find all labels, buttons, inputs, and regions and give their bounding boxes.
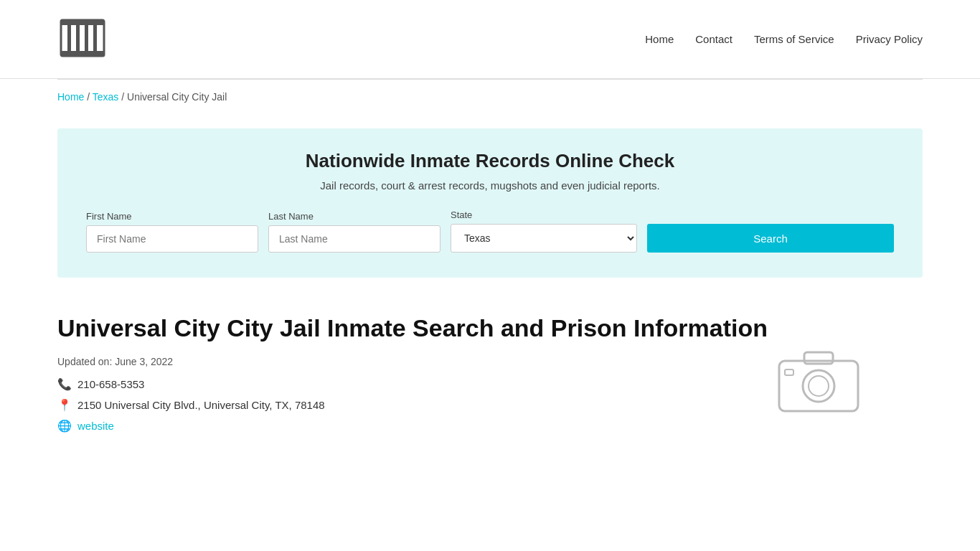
breadcrumb-state[interactable]: Texas <box>93 91 119 103</box>
svg-rect-7 <box>779 361 858 411</box>
main-content: Universal City City Jail Inmate Search a… <box>0 292 980 461</box>
state-group: State Texas Alabama Alaska California Fl… <box>451 209 637 253</box>
svg-rect-11 <box>785 369 793 375</box>
first-name-group: First Name <box>86 211 258 253</box>
svg-rect-4 <box>76 25 80 51</box>
nav-privacy[interactable]: Privacy Policy <box>856 33 923 45</box>
breadcrumb: Home / Texas / Universal City City Jail <box>0 80 980 114</box>
phone-icon: 📞 <box>57 377 72 391</box>
first-name-input[interactable] <box>86 225 258 253</box>
search-button[interactable]: Search <box>647 224 894 253</box>
globe-icon: 🌐 <box>57 419 72 433</box>
camera-placeholder <box>772 339 865 418</box>
website-link[interactable]: website <box>77 420 114 432</box>
svg-rect-1 <box>61 20 104 25</box>
phone-number: 210-658-5353 <box>77 378 144 390</box>
page-title: Universal City City Jail Inmate Search a… <box>57 314 923 343</box>
website-line: 🌐 website <box>57 419 923 433</box>
state-label: State <box>451 209 637 220</box>
svg-point-10 <box>809 376 829 396</box>
svg-rect-6 <box>93 25 97 51</box>
banner-subtitle: Jail records, court & arrest records, mu… <box>86 179 894 192</box>
site-logo[interactable] <box>57 13 108 65</box>
svg-rect-3 <box>67 25 71 51</box>
nav-home[interactable]: Home <box>645 33 674 45</box>
svg-rect-5 <box>85 25 88 51</box>
search-banner: Nationwide Inmate Records Online Check J… <box>57 128 923 278</box>
last-name-input[interactable] <box>268 225 440 253</box>
breadcrumb-current: Universal City City Jail <box>127 91 227 103</box>
search-form: First Name Last Name State Texas Alabama… <box>86 209 894 253</box>
main-nav: Home Contact Terms of Service Privacy Po… <box>645 33 923 45</box>
svg-point-9 <box>803 370 834 402</box>
svg-rect-8 <box>804 352 833 364</box>
last-name-label: Last Name <box>268 211 440 222</box>
breadcrumb-home[interactable]: Home <box>57 91 84 103</box>
svg-rect-2 <box>61 51 104 56</box>
first-name-label: First Name <box>86 211 258 222</box>
location-icon: 📍 <box>57 398 72 412</box>
address-text: 2150 Universal City Blvd., Universal Cit… <box>77 399 325 411</box>
state-select[interactable]: Texas Alabama Alaska California Florida … <box>451 224 637 253</box>
nav-contact[interactable]: Contact <box>695 33 732 45</box>
banner-title: Nationwide Inmate Records Online Check <box>86 150 894 172</box>
site-header: Home Contact Terms of Service Privacy Po… <box>0 0 980 79</box>
breadcrumb-sep1: / <box>87 91 93 103</box>
breadcrumb-sep2: / <box>121 91 127 103</box>
content-row: Universal City City Jail Inmate Search a… <box>57 314 923 440</box>
last-name-group: Last Name <box>268 211 440 253</box>
nav-terms[interactable]: Terms of Service <box>754 33 834 45</box>
